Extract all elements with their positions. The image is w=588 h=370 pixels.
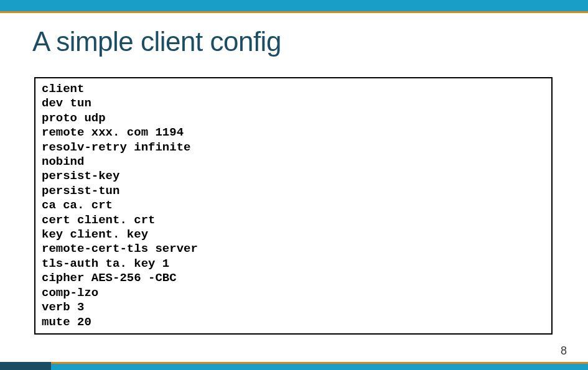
code-line: remote-cert-tls server [42, 242, 545, 256]
bottom-left-block [0, 362, 51, 370]
code-line: resolv-retry infinite [42, 141, 545, 155]
code-line: comp-lzo [42, 286, 545, 300]
code-line: client [42, 82, 545, 96]
slide: A simple client config client dev tun pr… [0, 0, 588, 370]
slide-title: A simple client config [32, 26, 281, 57]
top-accent-line [0, 11, 588, 13]
top-accent-bar [0, 0, 588, 11]
config-code-box: client dev tun proto udp remote xxx. com… [34, 77, 553, 335]
code-line: verb 3 [42, 300, 545, 315]
code-line: cert client. crt [42, 213, 545, 228]
code-line: tls-auth ta. key 1 [42, 257, 545, 271]
code-line: mute 20 [42, 315, 545, 330]
code-line: nobind [42, 155, 545, 169]
code-line: dev tun [42, 96, 545, 111]
code-line: proto udp [42, 111, 545, 126]
bottom-accent-bar [0, 364, 588, 370]
code-line: remote xxx. com 1194 [42, 126, 545, 140]
page-number: 8 [561, 345, 567, 358]
code-line: cipher AES-256 -CBC [42, 271, 545, 285]
code-line: key client. key [42, 228, 545, 242]
code-line: ca ca. crt [42, 198, 545, 213]
code-line: persist-tun [42, 184, 545, 198]
code-line: persist-key [42, 169, 545, 183]
